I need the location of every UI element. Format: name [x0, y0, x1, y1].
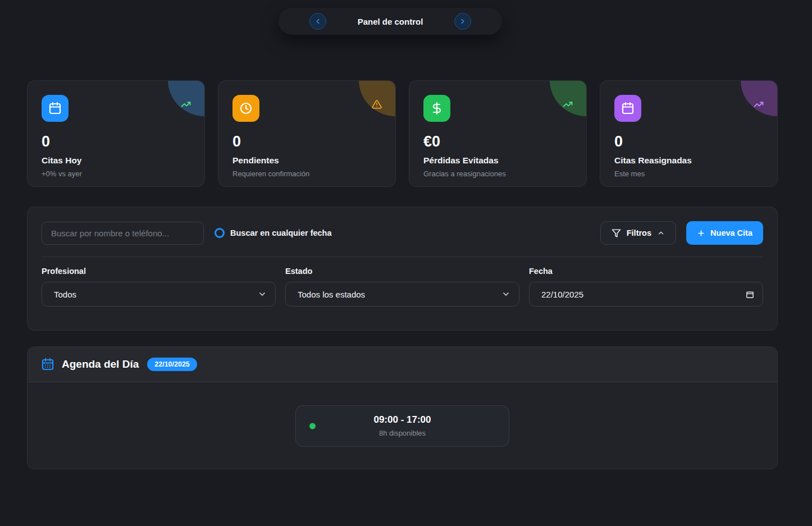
chevron-left-icon — [314, 17, 322, 25]
filters-button-label: Filtros — [627, 228, 651, 237]
new-appointment-label: Nueva Cita — [710, 228, 752, 237]
page-title: Panel de control — [358, 17, 423, 26]
corner-decoration — [550, 80, 587, 116]
chevron-up-icon — [657, 229, 665, 237]
stat-subtitle: Gracias a reasignaciones — [423, 170, 572, 178]
search-input[interactable] — [42, 222, 204, 245]
agenda-date-badge: 22/10/2025 — [147, 358, 197, 371]
filter-panel: Buscar en cualquier fecha Filtros Nueva … — [27, 207, 778, 331]
date-value: 22/10/2025 — [541, 290, 583, 299]
selected-value: Todos — [54, 290, 76, 299]
next-page-button[interactable] — [454, 13, 471, 30]
filters-button[interactable]: Filtros — [600, 221, 676, 245]
calendar-days-icon — [41, 358, 54, 371]
trending-up-icon — [754, 99, 764, 109]
dashboard-page: Panel de control 0 Citas Hoy +0% vs ayer — [0, 0, 812, 526]
field-fecha: Fecha 22/10/2025 — [529, 267, 763, 307]
new-appointment-button[interactable]: Nueva Cita — [686, 221, 763, 245]
agenda-body: 09:00 - 17:00 8h disponibles — [28, 382, 777, 469]
alert-triangle-icon — [372, 99, 382, 109]
fecha-date-input[interactable]: 22/10/2025 — [529, 282, 763, 307]
stat-subtitle: Requieren confirmación — [232, 170, 381, 178]
field-label: Estado — [285, 267, 519, 276]
any-date-radio-group[interactable]: Buscar en cualquier fecha — [215, 228, 332, 238]
plus-icon — [697, 229, 705, 237]
calendar-icon — [42, 95, 69, 122]
stats-row: 0 Citas Hoy +0% vs ayer 0 Pendientes Req… — [27, 80, 778, 187]
divider — [42, 257, 763, 257]
field-estado: Estado Todos los estados — [285, 267, 519, 307]
stat-label: Pendientes — [232, 155, 381, 166]
filter-funnel-icon — [612, 228, 621, 238]
stat-value: 0 — [614, 134, 763, 149]
clock-icon — [232, 95, 259, 122]
dollar-icon — [423, 95, 450, 122]
slot-time: 09:00 - 17:00 — [373, 414, 431, 426]
chevron-down-icon — [501, 290, 510, 299]
agenda-header: Agenda del Día 22/10/2025 — [28, 347, 777, 382]
chevron-down-icon — [258, 290, 267, 299]
trending-up-icon — [181, 99, 191, 109]
date-picker-icon[interactable] — [746, 290, 754, 299]
trending-up-icon — [563, 99, 573, 109]
stat-value: €0 — [423, 134, 572, 149]
profesional-select[interactable]: Todos — [42, 282, 276, 307]
any-date-label: Buscar en cualquier fecha — [230, 228, 332, 237]
radio-icon[interactable] — [215, 228, 225, 238]
field-profesional: Profesional Todos — [42, 267, 276, 307]
corner-decoration — [168, 80, 205, 116]
stat-value: 0 — [42, 134, 190, 149]
status-dot — [309, 423, 316, 429]
stat-value: 0 — [232, 134, 381, 149]
estado-select[interactable]: Todos los estados — [285, 282, 519, 307]
calendar-icon — [614, 95, 641, 122]
agenda-title: Agenda del Día — [62, 358, 139, 371]
agenda-section: Agenda del Día 22/10/2025 09:00 - 17:00 … — [27, 346, 778, 469]
stat-card-perdidas-evitadas: €0 Pérdidas Evitadas Gracias a reasignac… — [409, 80, 587, 187]
stat-subtitle: Este mes — [614, 170, 763, 178]
stat-subtitle: +0% vs ayer — [42, 170, 190, 178]
page-header: Panel de control — [279, 8, 502, 35]
chevron-right-icon — [459, 17, 467, 25]
corner-decoration — [359, 80, 396, 116]
field-label: Fecha — [529, 267, 763, 276]
stat-label: Pérdidas Evitadas — [423, 155, 572, 166]
stat-card-citas-hoy: 0 Citas Hoy +0% vs ayer — [27, 80, 205, 187]
availability-slot[interactable]: 09:00 - 17:00 8h disponibles — [295, 405, 509, 447]
stat-label: Citas Reasignadas — [614, 155, 763, 166]
stat-label: Citas Hoy — [42, 155, 190, 166]
selected-value: Todos los estados — [298, 290, 365, 299]
stat-card-citas-reasignadas: 0 Citas Reasignadas Este mes — [600, 80, 778, 187]
prev-page-button[interactable] — [309, 13, 326, 30]
corner-decoration — [741, 80, 778, 116]
slot-subtitle: 8h disponibles — [379, 429, 426, 437]
field-label: Profesional — [42, 267, 276, 276]
stat-card-pendientes: 0 Pendientes Requieren confirmación — [218, 80, 396, 187]
